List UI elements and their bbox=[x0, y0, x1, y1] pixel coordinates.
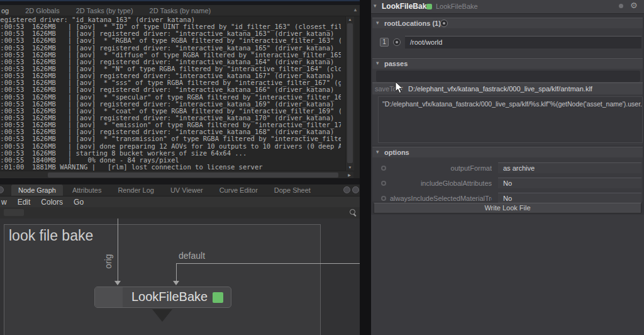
passes-group-header[interactable]: ▾ passes bbox=[372, 58, 643, 69]
scroll-down-icon[interactable]: ▼ bbox=[346, 164, 354, 171]
menu-colors[interactable]: Colors bbox=[41, 198, 63, 207]
wire-arrowhead-icon bbox=[114, 281, 121, 285]
expression-editor[interactable]: "D:/elephant_vfx/katana_fastrack/000_liv… bbox=[378, 96, 643, 143]
pin-icon[interactable] bbox=[619, 4, 623, 8]
panel-empty-area bbox=[371, 215, 644, 335]
toolbar-widget[interactable] bbox=[4, 209, 24, 216]
render-log-output: registered driver: "id_katana_163" (driv… bbox=[0, 16, 341, 171]
scrollbar-thumb[interactable] bbox=[347, 23, 353, 163]
wire-label-default: default bbox=[179, 251, 205, 261]
option-label-includeglobalattributes: includeGlobalAttributes bbox=[390, 179, 492, 187]
node-title: LookFileBake bbox=[131, 290, 208, 304]
log-tab-og[interactable]: og bbox=[1, 7, 9, 14]
options-group-header[interactable]: ▾ options bbox=[372, 147, 643, 158]
wire-label-orig: orig bbox=[103, 245, 113, 278]
scenegraph-location-icon[interactable] bbox=[440, 20, 448, 27]
node-left-cap bbox=[95, 287, 123, 307]
group-title: passes bbox=[384, 60, 408, 67]
option-label-alwaysincludeselectedmaterialtrees: alwaysIncludeSelectedMaterialTrees bbox=[390, 195, 492, 202]
passes-group-body: saveTo ▾ D:/elephant_vfx/katana_fastrack… bbox=[372, 69, 643, 145]
panel-divider[interactable] bbox=[360, 0, 371, 335]
expression-text: "D:/elephant_vfx/katana_fastrack/000_liv… bbox=[382, 100, 643, 108]
log-tab-2d-tasks-by-type[interactable]: 2D Tasks (by type) bbox=[76, 7, 133, 14]
wire-arrowhead-icon bbox=[173, 281, 179, 285]
state-badge-icon[interactable] bbox=[381, 196, 386, 201]
node-output-port-icon[interactable] bbox=[152, 309, 172, 322]
expander-icon[interactable]: ▾ bbox=[376, 149, 379, 155]
saveto-row[interactable]: saveTo ▾ D:/elephant_vfx/katana_fastrack… bbox=[372, 82, 643, 94]
tab-render-log[interactable]: Render Log bbox=[111, 185, 161, 196]
state-badge-icon[interactable] bbox=[381, 166, 386, 171]
pane-splitter[interactable] bbox=[0, 178, 360, 185]
node-graph-canvas[interactable]: look file bake orig default LookFileBake bbox=[0, 219, 360, 335]
log-line: 0:00:53 1626MB | [aov] * "RGBA" of type … bbox=[0, 37, 341, 44]
saveto-label: saveTo bbox=[375, 85, 397, 93]
log-line: 0:00:53 1626MB | [aov] * "transmission" … bbox=[0, 135, 341, 142]
wire-default[interactable] bbox=[176, 263, 360, 264]
group-title: options bbox=[384, 149, 409, 156]
expander-icon[interactable]: ▾ bbox=[374, 3, 377, 9]
bottom-pane-tab-bar: Node GraphAttributesRender LogUV ViewerC… bbox=[0, 185, 360, 196]
tab-attributes[interactable]: Attributes bbox=[65, 185, 108, 196]
root-location-value: /root/world bbox=[410, 38, 442, 46]
option-row: outputFormatas archive bbox=[372, 162, 643, 174]
options-group-body: outputFormatas archiveincludeGlobalAttri… bbox=[372, 157, 643, 202]
gear-icon[interactable]: ⚙ bbox=[630, 1, 638, 10]
lookfilebake-node[interactable]: LookFileBake bbox=[94, 287, 231, 308]
scrollbar-thumb[interactable] bbox=[48, 173, 338, 178]
option-row: includeGlobalAttributesNo bbox=[372, 178, 643, 189]
log-line: 0:00:53 1626MB | [aov] done preparing 12… bbox=[0, 143, 341, 150]
option-label-outputformat: outputFormat bbox=[390, 164, 492, 172]
pane-corner-icon[interactable]: ▴ bbox=[351, 5, 360, 14]
expander-icon[interactable]: ▾ bbox=[376, 20, 379, 26]
index-badge: 1 bbox=[380, 38, 389, 47]
node-render-flag-icon[interactable] bbox=[213, 292, 223, 303]
menu-go[interactable]: Go bbox=[74, 198, 84, 207]
tab-uv-viewer[interactable]: UV Viewer bbox=[164, 185, 210, 196]
option-value-alwaysincludeselectedmaterialtrees[interactable]: No bbox=[498, 193, 641, 203]
backdrop-label: look file bake bbox=[9, 227, 93, 244]
log-line: 0:00:53 1626MB | [aov] registered driver… bbox=[0, 86, 341, 93]
tab-node-graph[interactable]: Node Graph bbox=[11, 185, 63, 196]
tab-curve-editor[interactable]: Curve Editor bbox=[213, 185, 265, 196]
scroll-up-icon[interactable]: ▲ bbox=[346, 16, 354, 23]
node-name-title: LookFileBake bbox=[382, 2, 431, 11]
tab-dope-sheet[interactable]: Dope Sheet bbox=[267, 185, 318, 196]
option-value-includeglobalattributes[interactable]: No bbox=[498, 178, 641, 188]
wire-default[interactable] bbox=[176, 263, 177, 281]
root-location-field[interactable]: /root/world bbox=[405, 36, 641, 48]
node-status-icon bbox=[426, 4, 432, 9]
passes-list-field[interactable] bbox=[376, 71, 640, 82]
node-graph-menubar: wEditColorsGo bbox=[0, 196, 360, 207]
saveto-value[interactable]: D:/elephant_vfx/katana_fastrack/000_live… bbox=[408, 85, 592, 93]
group-title: rootLocations (1) bbox=[384, 20, 441, 27]
search-icon-handle bbox=[353, 213, 357, 217]
scenegraph-location-icon[interactable] bbox=[393, 38, 401, 46]
node-type-label: LookFileBake bbox=[436, 3, 478, 10]
katana-window: og2D Globals2D Tasks (by type)2D Tasks (… bbox=[0, 0, 644, 335]
log-tab-2d-globals[interactable]: 2D Globals bbox=[25, 7, 59, 14]
wire-orig[interactable] bbox=[118, 219, 118, 281]
search-icon[interactable] bbox=[350, 209, 357, 217]
rootlocations-group-body: 1 /root/world bbox=[372, 28, 643, 57]
log-tab-bar: og2D Globals2D Tasks (by type)2D Tasks (… bbox=[0, 5, 360, 16]
log-line: 0:01:00 1881MB WARNING | [rlm] lost conn… bbox=[0, 164, 341, 171]
parameters-panel: ▾ LookFileBake LookFileBake ⚙ ▾ rootLoca… bbox=[371, 0, 644, 335]
state-badge-icon[interactable] bbox=[381, 181, 386, 186]
pane-options-icon[interactable] bbox=[352, 186, 359, 193]
node-parameters-header[interactable]: ▾ LookFileBake LookFileBake ⚙ bbox=[371, 0, 644, 14]
render-log-panel: og2D Globals2D Tasks (by type)2D Tasks (… bbox=[0, 0, 360, 178]
menu-w[interactable]: w bbox=[1, 198, 7, 207]
pane-pin-icon[interactable] bbox=[343, 186, 350, 193]
option-value-outputformat[interactable]: as archive bbox=[498, 162, 641, 173]
mouse-cursor bbox=[395, 82, 404, 94]
log-vertical-scrollbar[interactable]: ▲ ▼ bbox=[345, 16, 354, 171]
node-graph-toolbar bbox=[0, 207, 360, 219]
expander-icon[interactable]: ▾ bbox=[376, 60, 379, 66]
menu-edit[interactable]: Edit bbox=[18, 198, 31, 207]
rootlocations-group-header[interactable]: ▾ rootLocations (1) bbox=[372, 18, 643, 29]
log-tab-2d-tasks-by-name[interactable]: 2D Tasks (by name) bbox=[150, 7, 211, 14]
write-look-file-button[interactable]: Write Look File bbox=[374, 203, 641, 213]
